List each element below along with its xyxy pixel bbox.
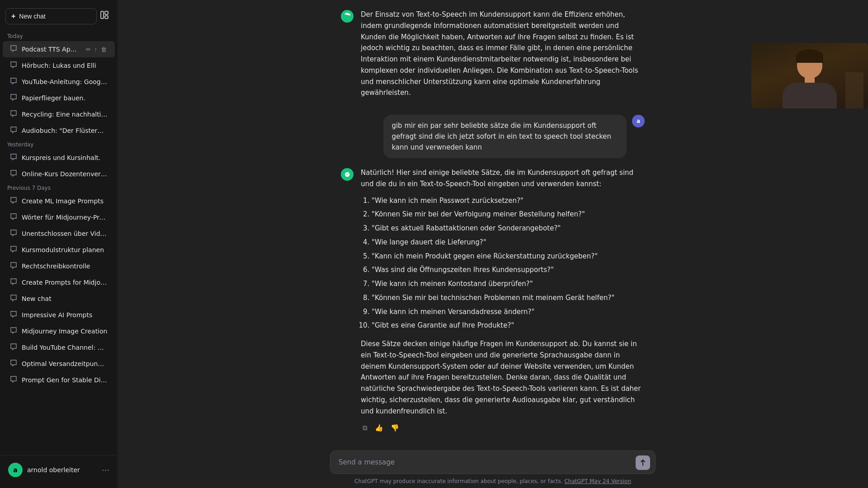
- sidebar-item-new-chat-prev[interactable]: New chat: [3, 291, 115, 307]
- svg-rect-2: [105, 16, 108, 19]
- sidebar-item-label: Midjourney Image Creation: [22, 328, 108, 335]
- list-item-7: "Wie kann ich meinen Kontostand überprüf…: [372, 278, 645, 290]
- chat-icon: [10, 294, 17, 303]
- chat-icon: [10, 94, 17, 103]
- user-message-bubble: gib mir ein par sehr beliebte sätze die …: [383, 115, 627, 158]
- user-profile-item[interactable]: a arnold oberleiter ···: [3, 459, 115, 481]
- user-options-icon[interactable]: ···: [102, 465, 109, 475]
- chat-icon: [10, 61, 17, 70]
- list-item-10: "Gibt es eine Garantie auf Ihre Produkte…: [372, 320, 645, 331]
- sidebar: + New chat Today Podcast TTS Applica ✏ ↑…: [0, 0, 118, 488]
- sidebar-item-label: Unentschlossen über Video-T: [22, 230, 108, 237]
- sidebar-item-create-ml[interactable]: Create ML Image Prompts: [3, 193, 115, 209]
- delete-button[interactable]: 🗑: [100, 45, 108, 54]
- assistant-message-previous: Der Einsatz von Text-to-Speech im Kunden…: [341, 9, 645, 104]
- svg-rect-0: [101, 11, 104, 19]
- sidebar-item-optimal-versand[interactable]: Optimal Versandzeitpunkt für: [3, 356, 115, 372]
- layout-icon: [100, 12, 108, 21]
- svg-rect-1: [105, 11, 108, 14]
- chat-icon: [10, 245, 17, 254]
- list-item-2: "Können Sie mir bei der Verfolgung meine…: [372, 209, 645, 220]
- sidebar-item-label: Papierflieger bauen.: [22, 94, 108, 102]
- sidebar-item-create-prompts[interactable]: Create Prompts for Midjourn: [3, 274, 115, 291]
- sidebar-item-label: Wörter für Midjourney-Promp: [22, 214, 108, 221]
- chat-icon: [10, 126, 17, 135]
- list-item-4: "Wie lange dauert die Lieferung?": [372, 237, 645, 248]
- sidebar-item-podcast-tts[interactable]: Podcast TTS Applica ✏ ↑ 🗑: [3, 41, 115, 57]
- sidebar-item-youtube[interactable]: YouTube-Anleitung: Google C: [3, 74, 115, 90]
- chat-icon: [10, 375, 17, 385]
- sidebar-item-audiobuch[interactable]: Audiobuch: "Der Flüsterwald": [3, 122, 115, 139]
- user-name-label: arnold oberleiter: [27, 466, 97, 474]
- message-actions: ⧉ 👍 👎: [361, 422, 645, 434]
- scrolled-context: Der Einsatz von Text-to-Speech im Kunden…: [330, 9, 656, 445]
- sidebar-item-woerter[interactable]: Wörter für Midjourney-Promp: [3, 209, 115, 225]
- new-chat-button[interactable]: + New chat: [5, 8, 97, 24]
- chat-icon: [10, 262, 17, 271]
- chat-icon: [10, 197, 17, 206]
- message-input[interactable]: [330, 450, 656, 474]
- sidebar-item-kurspreis[interactable]: Kurspreis und Kursinhalt.: [3, 150, 115, 166]
- thumbs-down-button[interactable]: 👎: [389, 422, 401, 434]
- sidebar-item-label: Recycling: Eine nachhaltige L: [22, 111, 108, 118]
- sidebar-item-label: Build YouTube Channel: 100k: [22, 344, 108, 351]
- new-chat-label: New chat: [19, 13, 45, 20]
- list-item-9: "Wie kann ich meinen Versandadresse ände…: [372, 306, 645, 318]
- sidebar-item-online-kurs[interactable]: Online-Kurs Dozentenvergütu: [3, 166, 115, 182]
- sidebar-item-label: Rechtschreibkontrolle: [22, 263, 108, 270]
- sidebar-toggle-button[interactable]: [97, 7, 112, 25]
- sidebar-item-papierflieger[interactable]: Papierflieger bauen.: [3, 90, 115, 106]
- chat-icon: [10, 153, 17, 162]
- footer-version-link[interactable]: ChatGPT May 24 Version: [564, 478, 631, 484]
- sidebar-item-label: Online-Kurs Dozentenvergütu: [22, 170, 108, 178]
- assistant-intro: Natürlich! Hier sind einige beliebte Sät…: [361, 167, 645, 190]
- chat-icon: [10, 110, 17, 119]
- chat-icon: [10, 77, 17, 86]
- chat-icon: [10, 169, 17, 178]
- section-yesterday-label: Yesterday: [0, 139, 118, 150]
- sidebar-item-impressive-ai[interactable]: Impressive AI Prompts: [3, 307, 115, 323]
- sidebar-item-recycling[interactable]: Recycling: Eine nachhaltige L: [3, 106, 115, 122]
- section-today-label: Today: [0, 30, 118, 41]
- list-item-6: "Was sind die Öffnungszeiten Ihres Kunde…: [372, 264, 645, 276]
- sidebar-item-rechtschreibkontrolle[interactable]: Rechtschreibkontrolle: [3, 258, 115, 274]
- sidebar-item-label: Impressive AI Prompts: [22, 311, 108, 319]
- sidebar-item-prompt-gen[interactable]: Prompt Gen for Stable Diffusi: [3, 372, 115, 388]
- sidebar-item-label: Prompt Gen for Stable Diffusi: [22, 376, 108, 384]
- sidebar-header: + New chat: [0, 4, 118, 28]
- sidebar-item-label: YouTube-Anleitung: Google C: [22, 78, 108, 85]
- thumbs-up-button[interactable]: 👍: [373, 422, 385, 434]
- sidebar-item-hoerbuch[interactable]: Hörbuch: Lukas und Elli: [3, 57, 115, 74]
- send-button[interactable]: [636, 455, 650, 470]
- sidebar-item-unentschlossen[interactable]: Unentschlossen über Video-T: [3, 225, 115, 242]
- sidebar-item-label: Audiobuch: "Der Flüsterwald": [22, 127, 108, 134]
- list-item-8: "Können Sie mir bei technischen Probleme…: [372, 292, 645, 304]
- customer-support-list: "Wie kann ich mein Passwort zurücksetzen…: [361, 195, 645, 332]
- user-avatar: a: [632, 115, 645, 127]
- sidebar-item-label: New chat: [22, 295, 108, 302]
- copy-button[interactable]: ⧉: [361, 422, 369, 434]
- sidebar-item-build-youtube[interactable]: Build YouTube Channel: 100k: [3, 339, 115, 356]
- chat-icon: [10, 359, 17, 368]
- chat-icon: [10, 327, 17, 336]
- input-area: ChatGPT may produce inaccurate informati…: [118, 445, 868, 488]
- sidebar-item-label: Hörbuch: Lukas und Elli: [22, 62, 108, 69]
- list-item-5: "Kann ich mein Produkt gegen eine Rücker…: [372, 251, 645, 262]
- sidebar-item-label: Optimal Versandzeitpunkt für: [22, 360, 108, 367]
- edit-button[interactable]: ✏: [85, 45, 92, 54]
- chat-icon: [10, 343, 17, 352]
- video-person: [751, 43, 868, 108]
- sidebar-item-midjourney-image[interactable]: Midjourney Image Creation: [3, 323, 115, 339]
- footer-disclaimer: ChatGPT may produce inaccurate informati…: [354, 478, 563, 484]
- assistant-avatar-main: [341, 168, 354, 181]
- share-button[interactable]: ↑: [94, 45, 99, 54]
- assistant-message-main: Natürlich! Hier sind einige beliebte Sät…: [341, 167, 645, 434]
- chat-icon: [10, 45, 17, 54]
- sidebar-item-kursmodul[interactable]: Kursmodulstruktur planen: [3, 242, 115, 258]
- sidebar-item-label: Podcast TTS Applica: [22, 46, 80, 53]
- avatar: a: [8, 463, 23, 477]
- sidebar-item-label: Kurspreis und Kursinhalt.: [22, 154, 108, 161]
- sidebar-item-label: Create Prompts for Midjourn: [22, 279, 108, 286]
- sidebar-item-label: Kursmodulstruktur planen: [22, 246, 108, 253]
- chat-icon: [10, 213, 17, 222]
